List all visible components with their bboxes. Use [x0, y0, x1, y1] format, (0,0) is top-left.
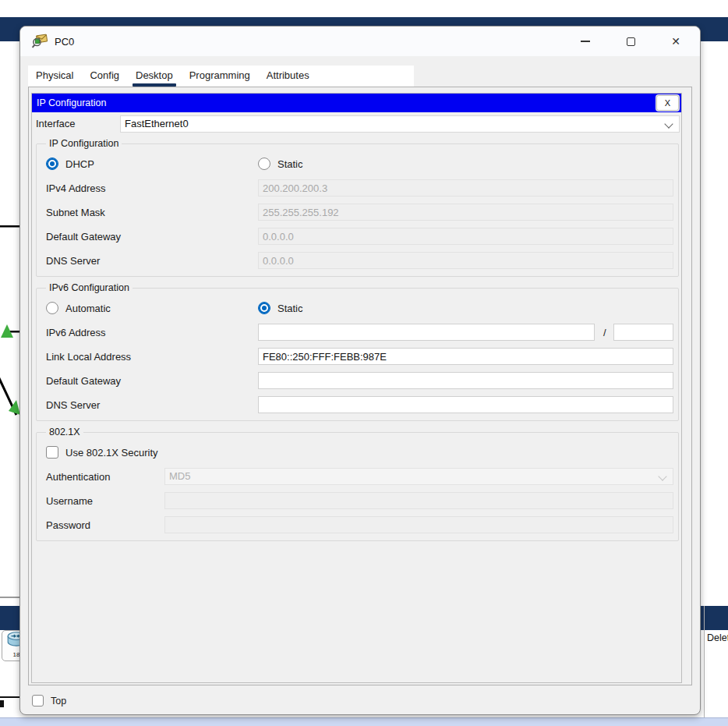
link-local-row: Link Local Address: [46, 348, 673, 365]
chevron-down-icon: [664, 119, 673, 128]
ipv4-address-row: IPv4 Address: [46, 179, 673, 197]
toolbar-divider: [0, 597, 20, 598]
dot1x-group: 802.1X Use 802.1X Security Authenticatio…: [36, 427, 679, 541]
ipv6-prefix-separator: /: [603, 327, 606, 338]
ip-configuration-app: IP Configuration X Interface FastEtherne…: [31, 93, 682, 683]
app-title: IP Configuration: [32, 97, 656, 108]
ipv6-dns-label: DNS Server: [46, 399, 258, 411]
interface-select[interactable]: FastEthernet0: [120, 115, 680, 133]
ipv4-gateway-row: Default Gateway: [46, 228, 673, 245]
ipv6-mode-row: Automatic Static: [46, 299, 673, 317]
dhcp-radio[interactable]: [46, 158, 58, 170]
ipv4-static-radio[interactable]: [258, 158, 270, 170]
ipv4-dns-field[interactable]: [258, 252, 673, 269]
maximize-button[interactable]: [613, 27, 648, 56]
authentication-row: Authentication MD5: [46, 468, 673, 485]
dhcp-label: DHCP: [65, 158, 94, 170]
tab-physical[interactable]: Physical: [36, 66, 73, 87]
close-icon: ✕: [671, 36, 680, 47]
ipv6-gateway-row: Default Gateway: [46, 372, 673, 389]
tab-desktop[interactable]: Desktop: [136, 66, 173, 87]
right-panel-divider: [704, 606, 705, 717]
ipv4-address-label: IPv4 Address: [46, 182, 258, 194]
authentication-label: Authentication: [46, 471, 164, 483]
tab-bar: Physical Config Desktop Programming Attr…: [28, 66, 414, 87]
ipv6-gateway-field[interactable]: [258, 372, 673, 389]
subnet-mask-row: Subnet Mask: [46, 204, 673, 221]
taskbar-strip: [0, 717, 728, 726]
interface-value: FastEthernet0: [125, 118, 189, 129]
window-title: PC0: [55, 36, 74, 48]
link-local-field[interactable]: [258, 348, 673, 365]
use-8021x-checkbox[interactable]: [46, 446, 58, 459]
dot1x-checkbox-row: Use 802.1X Security: [46, 444, 673, 461]
tab-attributes[interactable]: Attributes: [267, 66, 309, 87]
ipv6-dns-field[interactable]: [258, 396, 673, 413]
authentication-value: MD5: [169, 470, 190, 482]
close-button[interactable]: ✕: [659, 27, 693, 56]
top-option: Top: [32, 695, 66, 707]
pc-inspect-icon: [31, 34, 48, 49]
authentication-select[interactable]: MD5: [164, 468, 673, 485]
ipv6-automatic-radio[interactable]: [46, 302, 58, 314]
app-header: IP Configuration X: [32, 94, 681, 112]
subnet-mask-field[interactable]: [258, 204, 673, 221]
ipv4-mode-row: DHCP Static: [46, 155, 673, 172]
subnet-mask-label: Subnet Mask: [46, 207, 258, 218]
use-8021x-label: Use 802.1X Security: [65, 447, 158, 459]
chevron-down-icon: [658, 472, 666, 480]
pc0-window: PC0 ✕ Physical Config Desktop Programmin…: [19, 26, 701, 715]
link-local-label: Link Local Address: [46, 351, 258, 363]
password-label: Password: [46, 519, 164, 531]
ipv6-dns-row: DNS Server: [46, 396, 673, 413]
username-row: Username: [46, 492, 673, 509]
minimize-icon: [581, 41, 590, 42]
network-link-line: [0, 225, 21, 228]
ipv6-group: IPv6 Configuration Automatic Static IPv6…: [36, 282, 679, 421]
ipv6-automatic-label: Automatic: [65, 303, 111, 314]
ipv4-address-field[interactable]: [258, 179, 673, 197]
ipv4-gateway-label: Default Gateway: [46, 231, 258, 243]
username-field[interactable]: [164, 492, 673, 509]
interface-row: Interface FastEthernet0: [36, 115, 680, 133]
palette-divider: [0, 696, 20, 698]
delete-tool-button[interactable]: Delete: [707, 632, 728, 646]
ipv6-address-field[interactable]: [258, 324, 595, 341]
ipv6-static-label: Static: [277, 303, 303, 314]
password-row: Password: [46, 516, 673, 533]
top-checkbox-label: Top: [51, 696, 66, 707]
app-close-button[interactable]: X: [656, 95, 679, 111]
password-field[interactable]: [164, 516, 673, 533]
ipv6-static-radio[interactable]: [258, 302, 270, 314]
ipv6-address-row: IPv6 Address /: [46, 324, 673, 341]
ipv4-gateway-field[interactable]: [258, 228, 673, 245]
ipv6-address-label: IPv6 Address: [46, 327, 258, 338]
ipv4-dns-label: DNS Server: [46, 255, 258, 267]
interface-label: Interface: [36, 118, 120, 129]
ipv6-group-legend: IPv6 Configuration: [46, 282, 133, 293]
ipv4-static-label: Static: [277, 158, 303, 170]
ipv6-prefix-field[interactable]: [613, 324, 673, 341]
ipv4-group-legend: IP Configuration: [46, 138, 122, 149]
minimize-button[interactable]: [568, 27, 603, 56]
username-label: Username: [46, 495, 164, 507]
ipv4-group: IP Configuration DHCP Static IPv4 Addres…: [36, 138, 679, 277]
status-bar-text-fragment: [0, 700, 4, 707]
ipv6-gateway-label: Default Gateway: [46, 375, 258, 387]
tab-programming[interactable]: Programming: [189, 66, 250, 87]
dot1x-group-legend: 802.1X: [46, 427, 83, 437]
maximize-icon: [627, 37, 635, 46]
tab-config[interactable]: Config: [90, 66, 119, 87]
top-checkbox[interactable]: [32, 695, 44, 707]
ipv4-dns-row: DNS Server: [46, 252, 673, 269]
